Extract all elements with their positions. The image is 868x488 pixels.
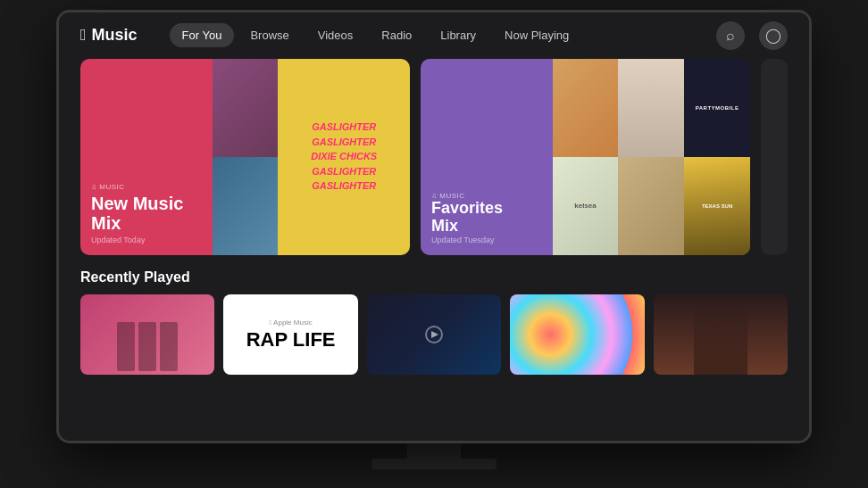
play-icon-dark <box>425 326 443 343</box>
recently-played-section: Recently Played  Apple <box>80 269 788 375</box>
rp-card-colorful[interactable] <box>510 294 644 375</box>
apple-music-logo:  Music <box>80 26 138 45</box>
rp-card-pink-group[interactable] <box>80 294 214 375</box>
fav-thumb-3: kelsea <box>553 157 619 255</box>
nav-item-library[interactable]: Library <box>428 23 488 47</box>
texas-sun-text: TEXAS SUN <box>702 203 732 209</box>
nav-item-now-playing[interactable]: Now Playing <box>492 23 581 47</box>
fav-thumb-4 <box>618 157 684 255</box>
rp-card-rap-life[interactable]:  Apple Music RAP LIFE <box>223 294 357 375</box>
rap-life-text: RAP LIFE <box>246 330 336 350</box>
nav-bar:  Music For You Browse Videos Radio Libr… <box>59 12 809 59</box>
profile-button[interactable]: ◯ <box>759 21 788 50</box>
rap-life-label:  Apple Music <box>270 318 313 327</box>
nav-items: For You Browse Videos Radio Library Now … <box>170 23 695 47</box>
nav-item-videos[interactable]: Videos <box>305 23 366 47</box>
favorites-mix-hero: ♫ MUSIC FavoritesMix Updated Tuesday <box>421 59 553 255</box>
recently-played-row:  Apple Music RAP LIFE <box>80 294 788 375</box>
nav-icons: ⌕ ◯ <box>716 21 788 50</box>
favorites-mix-title: FavoritesMix <box>431 200 542 236</box>
tv-stand-neck <box>407 441 461 459</box>
mixes-row: ♫ MUSIC New MusicMix Updated TodayGASLIG… <box>80 59 788 255</box>
rp-card-portrait[interactable] <box>654 294 788 375</box>
fav-thumb-partymobile: PARTYMOBILE <box>684 59 750 157</box>
tv-wrapper:  Music For You Browse Videos Radio Libr… <box>50 12 818 476</box>
favorites-mix-card[interactable]: ♫ MUSIC FavoritesMix Updated Tuesday PAR… <box>421 59 750 255</box>
partymobile-text: PARTYMOBILE <box>696 105 739 111</box>
main-content: ♫ MUSIC New MusicMix Updated TodayGASLIG… <box>59 59 809 389</box>
nav-item-radio[interactable]: Radio <box>369 23 424 47</box>
fav-thumb-2 <box>618 59 684 157</box>
tv-stand-base <box>371 459 497 469</box>
profile-icon: ◯ <box>765 27 781 44</box>
new-music-mix-card[interactable]: ♫ MUSIC New MusicMix Updated TodayGASLIG… <box>80 59 410 255</box>
recently-played-title: Recently Played <box>80 269 788 285</box>
favorites-mix-updated: Updated Tuesday <box>431 236 542 244</box>
search-icon: ⌕ <box>726 28 735 44</box>
search-button[interactable]: ⌕ <box>716 21 745 50</box>
fav-thumb-texas: TEXAS SUN <box>684 157 750 255</box>
nav-item-browse[interactable]: Browse <box>238 23 301 47</box>
tv-screen:  Music For You Browse Videos Radio Libr… <box>59 12 809 441</box>
partial-card-right <box>761 59 788 255</box>
fav-thumb-1 <box>553 59 619 157</box>
nav-item-for-you[interactable]: For You <box>170 23 235 47</box>
rp-card-dark-video[interactable] <box>367 294 501 375</box>
apple-icon:  <box>80 26 87 45</box>
music-logo-text: Music <box>92 26 138 45</box>
